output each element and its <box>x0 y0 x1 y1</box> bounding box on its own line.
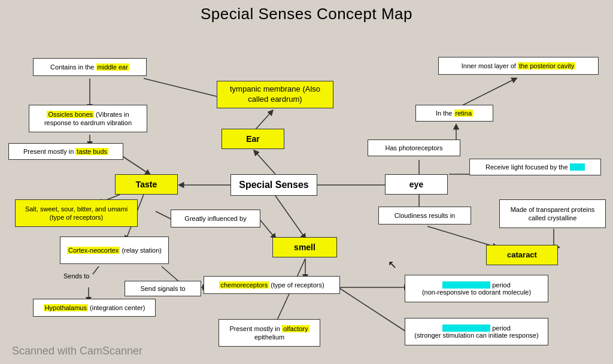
special-senses-node: Special Senses <box>230 174 317 196</box>
cloudiness-node: Cloudiness results in <box>378 207 471 225</box>
svg-line-3 <box>275 196 305 238</box>
svg-line-26 <box>427 226 497 247</box>
cortex-node: Cortex-neocortex (relay station) <box>60 236 169 264</box>
salt-sweet-node: Salt, sweet, sour, bitter, and umami(typ… <box>15 199 138 227</box>
ear-node: Ear <box>221 129 284 149</box>
send-signals-node: Send signals to <box>125 281 201 296</box>
cataract-node: cataract <box>486 245 558 265</box>
chemoreceptors-node: chemoreceptors (type of receptors) <box>204 276 340 294</box>
page-title: Special Senses Concept Map <box>0 0 613 26</box>
watermark: Scanned with CamScanner <box>12 345 142 357</box>
has-photoreceptors-node: Has photoreceptors <box>368 139 460 156</box>
receive-light-node: Receive light focused by the <box>469 159 601 175</box>
svg-line-8 <box>120 154 150 174</box>
period2-node: period(stronger stimulation can initiate… <box>405 318 548 345</box>
tympanic-membrane-node: tympanic membrane (Also called eardrum) <box>217 81 333 108</box>
svg-line-5 <box>144 78 221 98</box>
taste-node: Taste <box>115 174 178 195</box>
greatly-influenced-node: Greatly influenced by <box>171 210 260 228</box>
present-olfactory-node: Present mostly in olfactoryepithelium <box>219 319 320 347</box>
eye-node: eye <box>385 174 448 195</box>
smell-node: smell <box>272 237 337 257</box>
svg-line-0 <box>254 151 275 174</box>
cursor-icon: ↖ <box>388 258 397 271</box>
ossicles-node: Ossicles bones (Vibrates in response to … <box>29 105 147 132</box>
period1-node: period(non-responsive to odorant molecul… <box>405 275 548 302</box>
hypothalamus-node: Hypothalamus (integration center) <box>33 299 156 317</box>
svg-line-4 <box>254 111 272 131</box>
svg-line-20 <box>338 287 407 332</box>
made-of-node: Made of transparent proteins called crys… <box>499 199 606 228</box>
sends-to-label: Sends to <box>63 272 89 280</box>
present-taste-buds-node: Present mostly in taste buds <box>8 143 123 160</box>
svg-line-24 <box>456 78 516 108</box>
svg-line-11 <box>260 220 275 238</box>
contains-middle-ear-node: Contains in the middle ear <box>33 58 147 76</box>
svg-line-13 <box>93 266 99 274</box>
retina-node: In the retina <box>415 105 493 122</box>
inner-most-node: Inner most layer of the posterior cavity <box>438 57 599 75</box>
